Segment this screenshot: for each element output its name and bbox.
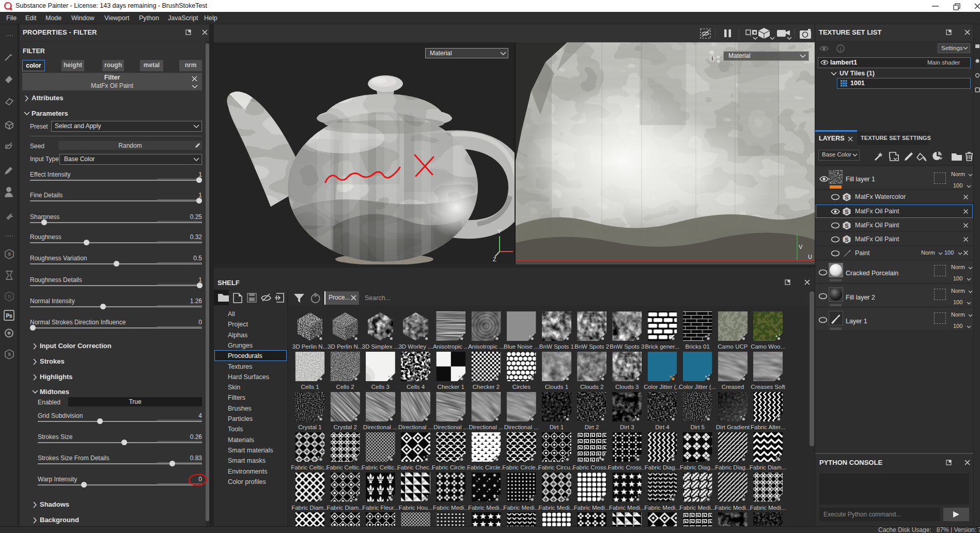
svg-text:Directional ...: Directional ... (363, 424, 398, 430)
svg-text:Creased: Creased (722, 384, 744, 390)
svg-text:Anisotropic ...: Anisotropic ... (433, 343, 469, 350)
svg-text:S: S (845, 237, 848, 243)
svg-text:Dirt 2: Dirt 2 (585, 424, 599, 430)
svg-text:Fabric Medi...: Fabric Medi... (609, 505, 645, 511)
svg-text:Crystal 1: Crystal 1 (298, 424, 321, 430)
svg-text:S: S (8, 352, 11, 357)
svg-text:Fabric Celtic...: Fabric Celtic... (291, 464, 329, 471)
svg-text:Clouds 1: Clouds 1 (545, 384, 568, 390)
svg-text:Cells 1: Cells 1 (301, 384, 319, 390)
svg-text:Camo UCP: Camo UCP (718, 343, 748, 350)
svg-text:S: S (8, 252, 11, 257)
svg-text:Fabric Alter...: Fabric Alter... (751, 424, 785, 430)
svg-text:Color Jitter (...: Color Jitter (... (679, 384, 716, 390)
svg-text:Fabric Hou...: Fabric Hou... (399, 505, 433, 511)
svg-text:Dirt 4: Dirt 4 (655, 424, 670, 430)
svg-text:Dirt Gradient: Dirt Gradient (716, 424, 750, 430)
svg-text:Directional ...: Directional ... (433, 424, 468, 430)
svg-text:Fabric Cross...: Fabric Cross... (608, 464, 646, 471)
svg-text:V: V (799, 244, 803, 250)
svg-text:3D Perlin N...: 3D Perlin N... (328, 343, 363, 350)
svg-text:Clouds 3: Clouds 3 (615, 384, 639, 390)
svg-text:S: S (845, 223, 848, 229)
svg-text:Cells 3: Cells 3 (371, 384, 390, 390)
svg-text:Cells 4: Cells 4 (407, 384, 425, 390)
svg-text:Fabric Medi...: Fabric Medi... (433, 505, 469, 511)
svg-text:Dirt 1: Dirt 1 (550, 424, 564, 430)
svg-text:Ps: Ps (6, 313, 12, 319)
svg-text:Color Jitter (...: Color Jitter (... (644, 384, 681, 390)
svg-text:U: U (808, 254, 812, 260)
svg-text:Clouds 2: Clouds 2 (580, 384, 603, 390)
svg-text:Dirt 3: Dirt 3 (620, 424, 634, 430)
svg-text:BnW Spots 2: BnW Spots 2 (574, 343, 609, 350)
svg-text:Fabric Medi...: Fabric Medi... (574, 505, 610, 511)
svg-text:3D Simplex ...: 3D Simplex ... (362, 343, 399, 350)
svg-text:Checker 1: Checker 1 (438, 384, 464, 390)
svg-text:Crystal 2: Crystal 2 (334, 424, 357, 430)
svg-text:Fabric Circu...: Fabric Circu... (538, 464, 575, 471)
svg-text:Fabric Circle...: Fabric Circle... (467, 464, 505, 471)
svg-text:Fabric Medi...: Fabric Medi... (468, 505, 504, 511)
svg-text:Fabric Diag...: Fabric Diag... (645, 464, 680, 471)
svg-text:i: i (712, 56, 713, 61)
svg-text:Fabric Diag...: Fabric Diag... (715, 464, 750, 471)
svg-text:Fabric Celtic...: Fabric Celtic... (326, 464, 364, 471)
svg-text:S: S (8, 294, 11, 299)
svg-text:Y: Y (497, 228, 502, 234)
svg-text:Fabric Medi...: Fabric Medi... (750, 505, 786, 511)
svg-text:Bricks 01: Bricks 01 (686, 343, 710, 350)
svg-text:Z: Z (493, 256, 496, 262)
svg-text:1: 1 (839, 46, 842, 52)
svg-text:Fabric Diam...: Fabric Diam... (750, 464, 787, 471)
svg-text:Fabric Circle...: Fabric Circle... (502, 464, 540, 471)
svg-text:Circles: Circles (512, 384, 531, 390)
svg-text:Checker 2: Checker 2 (473, 384, 500, 390)
svg-text:Directional ...: Directional ... (398, 424, 433, 430)
svg-text:Camo Woo...: Camo Woo... (751, 343, 785, 350)
svg-text:Cells 2: Cells 2 (336, 384, 354, 390)
svg-text:Directional ...: Directional ... (469, 424, 503, 430)
svg-text:Creases Soft: Creases Soft (751, 384, 785, 390)
svg-text:Blue Noise ...: Blue Noise ... (504, 343, 539, 350)
svg-text:Dirt 5: Dirt 5 (690, 424, 704, 430)
svg-text:Fabric Chec...: Fabric Chec... (397, 464, 434, 471)
svg-text:Directional ...: Directional ... (504, 424, 539, 430)
svg-text:Fabric Medi...: Fabric Medi... (503, 505, 539, 511)
svg-text:3D Perlin N...: 3D Perlin N... (292, 343, 328, 350)
svg-text:BnW Spots 3: BnW Spots 3 (610, 343, 644, 350)
svg-text:S: S (845, 209, 848, 215)
svg-text:BnW Spots 1: BnW Spots 1 (539, 343, 574, 350)
svg-text:Brick gener...: Brick gener... (645, 343, 679, 350)
svg-text:Fabric Diag...: Fabric Diag... (680, 464, 715, 471)
svg-text:Fabric Diam...: Fabric Diam... (326, 505, 364, 511)
svg-text:3D Worley ...: 3D Worley ... (398, 343, 432, 350)
svg-text:Fabric Cross...: Fabric Cross... (572, 464, 611, 471)
svg-text:Fabric Fleur...: Fabric Fleur... (362, 505, 398, 511)
svg-text:Fabric Medi...: Fabric Medi... (539, 505, 575, 511)
svg-text:S: S (845, 194, 848, 200)
svg-text:Fabric Medi...: Fabric Medi... (679, 505, 715, 511)
svg-text:Fabric Medi...: Fabric Medi... (644, 505, 680, 511)
svg-text:Fabric Diam...: Fabric Diam... (291, 505, 329, 511)
svg-text:Fabric Circle...: Fabric Circle... (432, 464, 470, 471)
svg-text:Anisotropic ...: Anisotropic ... (468, 343, 504, 350)
svg-text:Fabric Celtic...: Fabric Celtic... (362, 464, 400, 471)
svg-text:Fabric Medi...: Fabric Medi... (715, 505, 751, 511)
